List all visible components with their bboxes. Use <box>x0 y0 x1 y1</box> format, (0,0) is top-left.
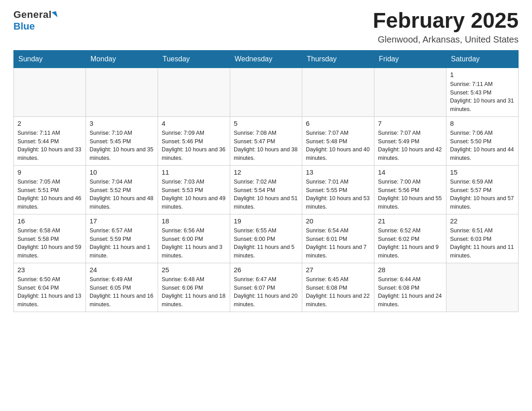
calendar-cell: 7Sunrise: 7:07 AMSunset: 5:49 PMDaylight… <box>374 116 446 165</box>
day-info: Sunrise: 6:48 AMSunset: 6:06 PMDaylight:… <box>162 275 226 309</box>
calendar-table: SundayMondayTuesdayWednesdayThursdayFrid… <box>13 50 519 312</box>
calendar-cell: 16Sunrise: 6:58 AMSunset: 5:58 PMDayligh… <box>14 214 86 263</box>
page-header: General Blue February 2025 Glenwood, Ark… <box>13 9 519 45</box>
day-info: Sunrise: 6:45 AMSunset: 6:08 PMDaylight:… <box>306 275 370 309</box>
day-number: 21 <box>378 217 442 225</box>
day-number: 8 <box>450 120 515 127</box>
calendar-cell: 14Sunrise: 7:00 AMSunset: 5:56 PMDayligh… <box>374 165 446 214</box>
calendar-cell: 11Sunrise: 7:03 AMSunset: 5:53 PMDayligh… <box>158 165 230 214</box>
weekday-header-monday: Monday <box>86 50 158 68</box>
day-info: Sunrise: 6:51 AMSunset: 6:03 PMDaylight:… <box>450 227 515 260</box>
day-number: 4 <box>162 120 226 127</box>
calendar-cell <box>158 68 230 116</box>
day-number: 10 <box>90 168 154 176</box>
day-number: 15 <box>450 168 515 176</box>
day-info: Sunrise: 6:56 AMSunset: 6:00 PMDaylight:… <box>162 227 226 260</box>
calendar-cell: 23Sunrise: 6:50 AMSunset: 6:04 PMDayligh… <box>14 263 86 312</box>
calendar-cell <box>302 68 374 116</box>
day-info: Sunrise: 6:54 AMSunset: 6:01 PMDaylight:… <box>306 227 370 260</box>
calendar-cell <box>446 263 519 312</box>
calendar-cell: 4Sunrise: 7:09 AMSunset: 5:46 PMDaylight… <box>158 116 230 165</box>
weekday-header-wednesday: Wednesday <box>230 50 302 68</box>
calendar-week-row: 9Sunrise: 7:05 AMSunset: 5:51 PMDaylight… <box>14 165 519 214</box>
page-subtitle: Glenwood, Arkansas, United States <box>373 34 519 45</box>
day-number: 24 <box>90 266 154 274</box>
day-info: Sunrise: 7:03 AMSunset: 5:53 PMDaylight:… <box>162 178 226 211</box>
day-info: Sunrise: 7:07 AMSunset: 5:49 PMDaylight:… <box>378 129 442 163</box>
calendar-cell: 8Sunrise: 7:06 AMSunset: 5:50 PMDaylight… <box>446 116 519 165</box>
day-info: Sunrise: 6:55 AMSunset: 6:00 PMDaylight:… <box>234 227 298 260</box>
calendar-cell: 5Sunrise: 7:08 AMSunset: 5:47 PMDaylight… <box>230 116 302 165</box>
calendar-cell: 28Sunrise: 6:44 AMSunset: 6:08 PMDayligh… <box>374 263 446 312</box>
calendar-cell: 20Sunrise: 6:54 AMSunset: 6:01 PMDayligh… <box>302 214 374 263</box>
day-info: Sunrise: 6:50 AMSunset: 6:04 PMDaylight:… <box>17 275 82 309</box>
calendar-cell: 25Sunrise: 6:48 AMSunset: 6:06 PMDayligh… <box>158 263 230 312</box>
weekday-header-friday: Friday <box>374 50 446 68</box>
day-number: 26 <box>234 266 298 274</box>
day-number: 18 <box>162 217 226 225</box>
calendar-cell: 22Sunrise: 6:51 AMSunset: 6:03 PMDayligh… <box>446 214 519 263</box>
day-number: 11 <box>162 168 226 176</box>
page-title: February 2025 <box>373 9 519 33</box>
calendar-cell: 19Sunrise: 6:55 AMSunset: 6:00 PMDayligh… <box>230 214 302 263</box>
day-number: 5 <box>234 120 298 127</box>
day-info: Sunrise: 6:44 AMSunset: 6:08 PMDaylight:… <box>378 275 442 309</box>
day-number: 9 <box>17 168 82 176</box>
calendar-cell <box>86 68 158 116</box>
calendar-week-row: 2Sunrise: 7:11 AMSunset: 5:44 PMDaylight… <box>14 116 519 165</box>
day-info: Sunrise: 7:00 AMSunset: 5:56 PMDaylight:… <box>378 178 442 211</box>
weekday-header-sunday: Sunday <box>14 50 86 68</box>
day-number: 27 <box>306 266 370 274</box>
day-info: Sunrise: 7:11 AMSunset: 5:44 PMDaylight:… <box>17 129 82 163</box>
title-block: February 2025 Glenwood, Arkansas, United… <box>373 9 519 45</box>
day-info: Sunrise: 6:57 AMSunset: 5:59 PMDaylight:… <box>90 227 154 260</box>
day-number: 7 <box>378 120 442 127</box>
calendar-cell: 2Sunrise: 7:11 AMSunset: 5:44 PMDaylight… <box>14 116 86 165</box>
calendar-cell: 1Sunrise: 7:11 AMSunset: 5:43 PMDaylight… <box>446 68 519 116</box>
weekday-header-saturday: Saturday <box>446 50 519 68</box>
day-number: 17 <box>90 217 154 225</box>
calendar-cell: 15Sunrise: 6:59 AMSunset: 5:57 PMDayligh… <box>446 165 519 214</box>
day-number: 1 <box>450 71 515 78</box>
calendar-cell: 18Sunrise: 6:56 AMSunset: 6:00 PMDayligh… <box>158 214 230 263</box>
calendar-cell: 24Sunrise: 6:49 AMSunset: 6:05 PMDayligh… <box>86 263 158 312</box>
calendar-cell <box>374 68 446 116</box>
day-info: Sunrise: 6:47 AMSunset: 6:07 PMDaylight:… <box>234 275 298 309</box>
day-number: 12 <box>234 168 298 176</box>
day-info: Sunrise: 6:52 AMSunset: 6:02 PMDaylight:… <box>378 227 442 260</box>
day-info: Sunrise: 7:04 AMSunset: 5:52 PMDaylight:… <box>90 178 154 211</box>
day-info: Sunrise: 7:11 AMSunset: 5:43 PMDaylight:… <box>450 80 515 114</box>
day-number: 14 <box>378 168 442 176</box>
day-info: Sunrise: 6:49 AMSunset: 6:05 PMDaylight:… <box>90 275 154 309</box>
calendar-cell: 10Sunrise: 7:04 AMSunset: 5:52 PMDayligh… <box>86 165 158 214</box>
day-number: 23 <box>17 266 82 274</box>
calendar-week-row: 23Sunrise: 6:50 AMSunset: 6:04 PMDayligh… <box>14 263 519 312</box>
day-number: 3 <box>90 120 154 127</box>
calendar-cell: 17Sunrise: 6:57 AMSunset: 5:59 PMDayligh… <box>86 214 158 263</box>
day-info: Sunrise: 7:06 AMSunset: 5:50 PMDaylight:… <box>450 129 515 163</box>
calendar-week-row: 16Sunrise: 6:58 AMSunset: 5:58 PMDayligh… <box>14 214 519 263</box>
logo-triangle-icon <box>52 11 58 18</box>
day-info: Sunrise: 6:58 AMSunset: 5:58 PMDaylight:… <box>17 227 82 260</box>
day-number: 28 <box>378 266 442 274</box>
day-info: Sunrise: 7:08 AMSunset: 5:47 PMDaylight:… <box>234 129 298 163</box>
calendar-cell: 21Sunrise: 6:52 AMSunset: 6:02 PMDayligh… <box>374 214 446 263</box>
day-number: 2 <box>17 120 82 127</box>
calendar-cell: 3Sunrise: 7:10 AMSunset: 5:45 PMDaylight… <box>86 116 158 165</box>
day-number: 16 <box>17 217 82 225</box>
day-number: 19 <box>234 217 298 225</box>
calendar-cell: 12Sunrise: 7:02 AMSunset: 5:54 PMDayligh… <box>230 165 302 214</box>
calendar-week-row: 1Sunrise: 7:11 AMSunset: 5:43 PMDaylight… <box>14 68 519 116</box>
calendar-cell: 13Sunrise: 7:01 AMSunset: 5:55 PMDayligh… <box>302 165 374 214</box>
logo-general-text: General <box>13 9 51 21</box>
calendar-header-row: SundayMondayTuesdayWednesdayThursdayFrid… <box>14 50 519 68</box>
day-info: Sunrise: 7:01 AMSunset: 5:55 PMDaylight:… <box>306 178 370 211</box>
day-number: 25 <box>162 266 226 274</box>
day-info: Sunrise: 7:05 AMSunset: 5:51 PMDaylight:… <box>17 178 82 211</box>
day-info: Sunrise: 7:02 AMSunset: 5:54 PMDaylight:… <box>234 178 298 211</box>
calendar-cell: 26Sunrise: 6:47 AMSunset: 6:07 PMDayligh… <box>230 263 302 312</box>
calendar-cell <box>14 68 86 116</box>
day-info: Sunrise: 7:09 AMSunset: 5:46 PMDaylight:… <box>162 129 226 163</box>
weekday-header-thursday: Thursday <box>302 50 374 68</box>
weekday-header-tuesday: Tuesday <box>158 50 230 68</box>
